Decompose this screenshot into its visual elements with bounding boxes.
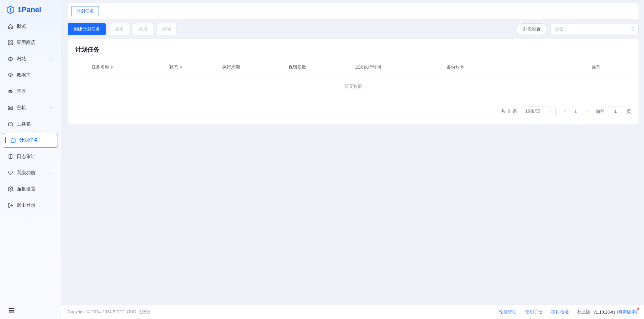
- tab-cron[interactable]: 计划任务: [71, 6, 99, 16]
- disable-button[interactable]: 停用: [133, 23, 153, 35]
- next-page-button[interactable]: [583, 108, 591, 115]
- footer: Copyright © 2014-2024 FIT2CLOUD 飞致云 论坛求助…: [61, 305, 644, 319]
- sidebar-item-website[interactable]: 网站: [3, 52, 58, 66]
- sidebar-item-advanced[interactable]: 高级功能: [3, 165, 58, 180]
- svg-marker-7: [8, 73, 13, 76]
- sidebar-item-label: 面板设置: [17, 186, 36, 192]
- grid-icon: [8, 40, 13, 45]
- sidebar-item-label: 工具箱: [17, 121, 31, 127]
- sidebar-item-logs[interactable]: 日志审计: [3, 149, 58, 164]
- home-icon: [8, 24, 13, 29]
- sidebar-item-overview[interactable]: 概览: [3, 19, 58, 34]
- sidebar-item-label: 应用商店: [17, 40, 36, 46]
- brand-logo[interactable]: 1Panel: [0, 0, 61, 19]
- svg-marker-33: [110, 67, 113, 69]
- svg-marker-35: [180, 67, 182, 69]
- sidebar-item-toolbox[interactable]: 工具箱: [3, 117, 58, 132]
- toolbox-icon: [8, 121, 13, 127]
- diamond-icon: [8, 170, 13, 176]
- svg-marker-24: [8, 171, 13, 175]
- pagination: 共 0 条 10条/页 1 前往 页: [75, 106, 631, 116]
- prev-page-button[interactable]: [560, 108, 568, 115]
- svg-rect-4: [8, 43, 10, 45]
- svg-point-30: [631, 27, 634, 31]
- col-status[interactable]: 状态: [167, 60, 219, 74]
- svg-point-14: [9, 109, 9, 109]
- sort-icon: [110, 65, 113, 69]
- col-last-run: 上次执行时间: [352, 60, 444, 74]
- col-backup-account: 备份账号: [444, 60, 510, 74]
- svg-rect-3: [11, 41, 13, 42]
- sidebar-nav: 概览 应用商店 网站 数据库 容器 主机: [0, 19, 61, 302]
- layers-icon: [8, 73, 13, 78]
- svg-rect-8: [9, 91, 9, 92]
- cron-table: 任务名称 状态 执行周期 保留份数 上次执行时间 备份账号 操作 暂无数据: [75, 60, 631, 99]
- card-title: 计划任务: [75, 45, 631, 54]
- calendar-icon: [11, 138, 16, 143]
- sidebar-item-label: 网站: [17, 56, 26, 62]
- footer-link-project[interactable]: 项目地址: [547, 309, 573, 315]
- chevron-down-icon: [548, 109, 553, 113]
- logout-icon: [8, 203, 13, 208]
- svg-rect-16: [11, 139, 15, 142]
- create-cron-button[interactable]: 创建计划任务: [68, 23, 106, 35]
- select-all-checkbox[interactable]: [78, 64, 83, 69]
- edition-label: 社区版:: [573, 309, 594, 315]
- total-text: 共 0 条: [501, 108, 517, 114]
- sidebar-item-appstore[interactable]: 应用商店: [3, 35, 58, 50]
- sidebar-item-logout[interactable]: 退出登录: [3, 198, 58, 213]
- svg-point-25: [10, 188, 11, 190]
- copyright: Copyright © 2014-2024 FIT2CLOUD 飞致云: [68, 309, 151, 315]
- sidebar: 1Panel 概览 应用商店 网站 数据库 容器: [0, 0, 61, 319]
- col-actions: 操作: [510, 60, 631, 74]
- svg-rect-9: [10, 91, 11, 92]
- chevron-down-icon: [49, 57, 53, 61]
- sort-icon: [180, 65, 182, 69]
- sidebar-item-host[interactable]: 主机: [3, 100, 58, 115]
- page-size-select[interactable]: 10条/页: [522, 106, 556, 116]
- goto-label: 前往 页: [596, 106, 631, 116]
- tabs-bar: 计划任务: [68, 3, 639, 19]
- table-empty-row: 暂无数据: [75, 74, 631, 99]
- menu-icon: [7, 307, 16, 314]
- sidebar-item-database[interactable]: 数据库: [3, 68, 58, 83]
- sidebar-item-container[interactable]: 容器: [3, 84, 58, 99]
- col-keep: 保留份数: [286, 60, 352, 74]
- sidebar-item-label: 高级功能: [17, 170, 36, 176]
- svg-rect-5: [11, 43, 13, 45]
- log-icon: [8, 154, 13, 159]
- col-name[interactable]: 任务名称: [89, 60, 167, 74]
- col-cycle: 执行周期: [220, 60, 286, 74]
- brand-name: 1Panel: [18, 5, 41, 14]
- delete-button[interactable]: 删除: [157, 23, 177, 35]
- page-number[interactable]: 1: [573, 109, 578, 114]
- enable-button[interactable]: 启用: [109, 23, 129, 35]
- sidebar-item-label: 概览: [17, 23, 26, 29]
- container-icon: [8, 89, 13, 94]
- list-settings-button[interactable]: 列表设置: [517, 23, 547, 35]
- svg-rect-15: [8, 123, 13, 126]
- search-input[interactable]: [550, 24, 639, 35]
- sidebar-item-settings[interactable]: 面板设置: [3, 182, 58, 197]
- svg-rect-27: [9, 308, 15, 309]
- footer-link-manual[interactable]: 使用手册: [521, 309, 547, 315]
- chevron-down-icon: [49, 171, 53, 175]
- goto-page-input[interactable]: [608, 106, 623, 116]
- sidebar-item-label: 日志审计: [17, 154, 36, 160]
- globe-icon: [8, 56, 13, 62]
- footer-link-forum[interactable]: 论坛求助: [495, 309, 521, 315]
- svg-rect-10: [11, 91, 12, 92]
- gear-icon: [8, 186, 13, 192]
- svg-point-13: [9, 106, 9, 107]
- sidebar-item-label: 主机: [17, 105, 26, 111]
- sidebar-item-cron[interactable]: 计划任务: [3, 133, 58, 148]
- search-icon[interactable]: [630, 27, 635, 32]
- svg-rect-2: [8, 41, 10, 42]
- sidebar-collapse-button[interactable]: [7, 307, 17, 314]
- search-wrap: [550, 24, 639, 35]
- new-version-link[interactable]: (有新版本): [616, 309, 637, 315]
- svg-line-31: [633, 30, 635, 31]
- card: 计划任务 任务名称 状态 执行周期 保留份数 上次执行时间 备份账号 操作: [68, 39, 639, 124]
- version-text: v1.10.18-lts: [594, 310, 616, 315]
- logo-hexagon-icon: [6, 5, 15, 14]
